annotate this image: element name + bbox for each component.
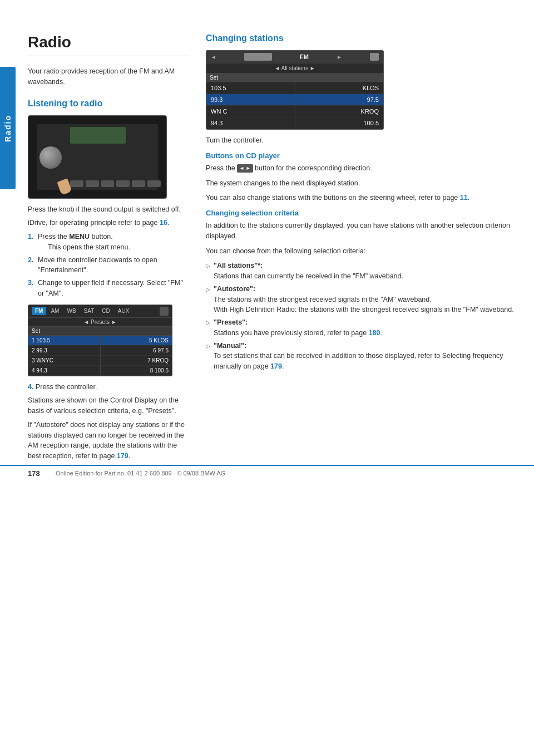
main-content: Radio Your radio provides reception of t… (28, 33, 517, 465)
menu-screen: FM AM WB SAT CD AUX ◄ Presets ► Set 1 10… (28, 305, 172, 376)
tab-cd[interactable]: CD (98, 307, 113, 315)
footer: 178 Online Edition for Part no. 01 41 2 … (0, 465, 534, 481)
step-4: 4. Press the controller. (28, 382, 189, 392)
tab-sat[interactable]: SAT (81, 307, 98, 315)
after-image-text: Press the knob if the sound output is sw… (28, 204, 189, 215)
turn-controller-text: Turn the controller. (206, 135, 517, 146)
step-3: 3. Change to upper field if necessary. S… (28, 278, 189, 299)
menu-presets: ◄ Presets ► (28, 318, 172, 327)
radio-knob (39, 146, 62, 169)
side-tab: Radio (0, 67, 16, 189)
changing-stations-screen: ◄ FM ► ◄ All stations ► Set 103.5 KLOS 9… (206, 50, 384, 130)
footer-text: Online Edition for Part no. 01 41 2 600 … (56, 470, 225, 477)
right-column: Changing stations ◄ FM ► ◄ All stations … (206, 33, 517, 465)
menu-icon-right (160, 307, 169, 316)
menu-tabs: FM AM WB SAT CD AUX (32, 307, 132, 315)
buttons-cd-text3: You can also change stations with the bu… (206, 193, 517, 203)
cs-header: ◄ FM ► (206, 51, 383, 63)
menu-set-row: Set (28, 327, 172, 336)
cs-station-2: 99.3 97.5 (206, 94, 383, 106)
radio-btn-3 (101, 180, 115, 187)
page-title: Radio (28, 33, 189, 56)
step-2: 2. Move the controller backwards to open… (28, 255, 189, 276)
steps-list: 1. Press the MENU button. This opens the… (28, 232, 189, 299)
side-tab-label: Radio (3, 115, 12, 142)
stations-para: Stations are shown on the Control Displa… (28, 395, 189, 416)
radio-btn-2 (86, 180, 99, 187)
radio-display (70, 127, 126, 144)
tab-am[interactable]: AM (47, 307, 62, 315)
criteria-autostore: "Autostore": The stations with the stron… (206, 284, 517, 315)
radio-btn-4 (116, 180, 130, 187)
cs-station-4: 94.3 100.5 (206, 117, 383, 129)
step-1: 1. Press the MENU button. This opens the… (28, 232, 189, 253)
station-row-3: 3 WNYC 7 KROQ (28, 356, 172, 366)
radio-buttons-row (70, 180, 161, 187)
station-row-1: 1 103.5 5 KLOS (28, 336, 172, 346)
buttons-cd-text1: Press the ◄ ► button for the correspondi… (206, 163, 517, 174)
cs-station-1: 103.5 KLOS (206, 82, 383, 94)
intro-text: Your radio provides reception of the FM … (28, 66, 189, 87)
buttons-cd-text2: The system changes to the next displayed… (206, 178, 517, 189)
radio-head-unit-image (28, 115, 167, 199)
idrive-ref: iDrive, for operating principle refer to… (28, 218, 189, 228)
cs-icon (370, 53, 379, 61)
criteria-manual: "Manual": To set stations that can be re… (206, 341, 517, 372)
cd-button-icon: ◄ ► (237, 164, 253, 173)
autostore-para: If "Autostore" does not display any stat… (28, 420, 189, 462)
page-number: 178 (28, 469, 44, 478)
tab-wb[interactable]: WB (63, 307, 79, 315)
changing-selection-para1: In addition to the stations currently di… (206, 220, 517, 242)
cs-set-row: Set (206, 73, 383, 82)
radio-btn-5 (132, 180, 145, 187)
criteria-all-stations: "All stations"*: Stations that can curre… (206, 261, 517, 282)
station-row-4: 4 94.3 8 100.5 (28, 366, 172, 376)
radio-btn-1 (70, 180, 83, 187)
tab-aux[interactable]: AUX (115, 307, 133, 315)
station-row-2: 2 99.3 6 97.5 (28, 346, 172, 356)
listening-to-radio-title: Listening to radio (28, 99, 189, 109)
left-column: Radio Your radio provides reception of t… (28, 33, 189, 465)
band-bar (244, 53, 272, 61)
tab-fm[interactable]: FM (32, 307, 46, 315)
selection-criteria-list: "All stations"*: Stations that can curre… (206, 261, 517, 372)
changing-selection-para2: You can choose from the following select… (206, 246, 517, 257)
changing-selection-title: Changing selection criteria (206, 209, 517, 217)
cs-station-3: WN C KROQ (206, 106, 383, 117)
radio-btn-6 (147, 180, 161, 187)
criteria-presets: "Presets": Stations you have previously … (206, 317, 517, 338)
buttons-cd-title: Buttons on CD player (206, 151, 517, 160)
cs-allstations: ◄ All stations ► (206, 63, 383, 73)
menu-header: FM AM WB SAT CD AUX (28, 305, 172, 318)
changing-stations-title: Changing stations (206, 33, 517, 43)
